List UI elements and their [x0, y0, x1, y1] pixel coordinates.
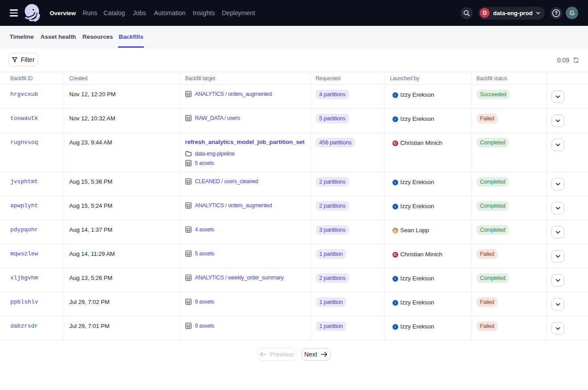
svg-text:?: ? — [555, 10, 558, 16]
